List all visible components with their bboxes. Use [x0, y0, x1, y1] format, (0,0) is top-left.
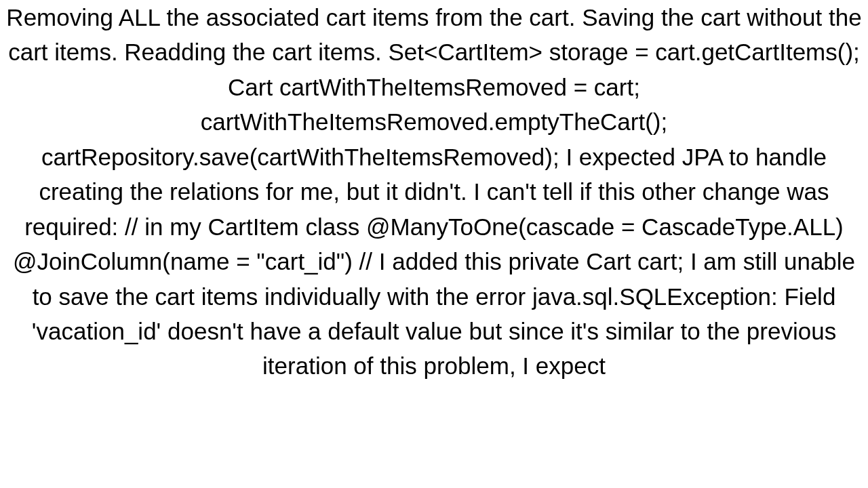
document-body: Removing ALL the associated cart items f…	[0, 0, 868, 488]
